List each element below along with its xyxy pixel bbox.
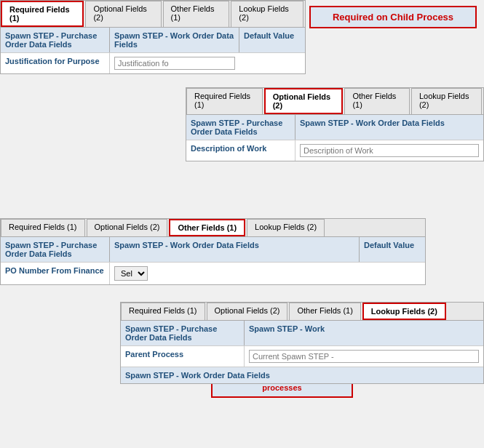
panel4-tabs: Required Fields (1) Optional Fields (2) … <box>121 303 483 321</box>
tab-optional-2[interactable]: Optional Fields (2) <box>264 88 344 114</box>
panel1-tabs: Required Fields (1) Optional Fields (2) … <box>1 1 305 28</box>
panel1-col3-header: Default Value <box>239 28 305 52</box>
tab-lookup-3[interactable]: Lookup Fields (2) <box>247 219 325 236</box>
panel3-col1-header: Spawn STEP - Purchase Order Data Fields <box>1 237 110 262</box>
panel1-col2-header: Spawn STEP - Work Order Data Fields <box>110 28 239 52</box>
panel2-input[interactable] <box>300 144 479 157</box>
panel1-header: Spawn STEP - Purchase Order Data Fields … <box>1 28 305 52</box>
panel2-col2-header: Spawn STEP - Work Order Data Fields <box>295 115 483 140</box>
tab-required-4[interactable]: Required Fields (1) <box>121 303 205 320</box>
panel3-row1-col3 <box>360 263 425 284</box>
panel2-row1-col2 <box>295 140 483 161</box>
panel1-col1-header: Spawn STEP - Purchase Order Data Fields <box>1 28 110 52</box>
panel2-header: Spawn STEP - Purchase Order Data Fields … <box>186 115 483 140</box>
tab-optional-3[interactable]: Optional Fields (2) <box>87 219 168 236</box>
tab-required-3[interactable]: Required Fields (1) <box>1 219 85 236</box>
tab-optional-1[interactable]: Optional Fields (2) <box>85 1 161 27</box>
panel3-body: PO Number From Finance Sel <box>1 262 425 284</box>
tab-lookup-1[interactable]: Lookup Fields (2) <box>231 1 304 27</box>
callout1-text: Required on Child Process <box>333 12 453 23</box>
panel3-row1-col2: Sel <box>110 263 360 284</box>
panel2-row1-col1: Description of Work <box>186 140 295 161</box>
panel2-col1-header: Spawn STEP - Purchase Order Data Fields <box>186 115 295 140</box>
panel4-footer: Spawn STEP - Work Order Data Fields <box>121 367 483 383</box>
panel4-col1-header: Spawn STEP - Purchase Order Data Fields <box>121 321 245 345</box>
panel3-header: Spawn STEP - Purchase Order Data Fields … <box>1 237 425 262</box>
panel3-tabs: Required Fields (1) Optional Fields (2) … <box>1 219 425 237</box>
tab-other-4[interactable]: Other Fields (1) <box>289 303 360 320</box>
tab-required-1[interactable]: Required Fields (1) <box>1 1 84 27</box>
panel3-col3-header: Default Value <box>360 237 425 262</box>
panel2-row1: Description of Work <box>186 140 483 161</box>
panel1-row1-col1: Justification for Purpose <box>1 53 110 73</box>
tab-required-2[interactable]: Required Fields (1) <box>186 88 263 114</box>
panel2-tabs: Required Fields (1) Optional Fields (2) … <box>186 88 483 115</box>
panel4-body: Parent Process <box>121 345 483 367</box>
panel3-col2-header: Spawn STEP - Work Order Data Fields <box>110 237 360 262</box>
tab-lookup-4[interactable]: Lookup Fields (2) <box>362 303 446 320</box>
panel1-body: Justification for Purpose <box>1 52 305 73</box>
other-fields-panel: Required Fields (1) Optional Fields (2) … <box>0 218 426 285</box>
tab-other-2[interactable]: Other Fields (1) <box>344 88 410 114</box>
panel4-header: Spawn STEP - Purchase Order Data Fields … <box>121 321 483 345</box>
tab-optional-4[interactable]: Optional Fields (2) <box>207 303 288 320</box>
callout-required-child: Required on Child Process <box>309 6 477 28</box>
panel4-input[interactable] <box>249 350 479 363</box>
panel1-input[interactable] <box>114 57 235 70</box>
panel2-body: Description of Work <box>186 140 483 161</box>
panel3-row1-col1: PO Number From Finance <box>1 263 110 284</box>
lookup-fields-panel: Required Fields (1) Optional Fields (2) … <box>120 302 484 384</box>
panel4-row1: Parent Process <box>121 345 483 367</box>
tab-lookup-2[interactable]: Lookup Fields (2) <box>411 88 482 114</box>
panel3-select[interactable]: Sel <box>114 266 148 281</box>
panel1-row1-col2 <box>110 53 239 73</box>
panel3-row1: PO Number From Finance Sel <box>1 262 425 284</box>
required-fields-panel: Required Fields (1) Optional Fields (2) … <box>0 0 306 74</box>
panel1-row1: Justification for Purpose <box>1 52 305 73</box>
optional-fields-panel: Required Fields (1) Optional Fields (2) … <box>186 87 484 161</box>
panel4-row1-col2 <box>245 346 483 367</box>
panel1-row1-col3 <box>239 53 305 73</box>
panel4-row1-col1: Parent Process <box>121 346 245 367</box>
tab-other-3[interactable]: Other Fields (1) <box>169 219 245 236</box>
tab-other-1[interactable]: Other Fields (1) <box>163 1 230 27</box>
panel4-col2-header: Spawn STEP - Work <box>245 321 483 345</box>
